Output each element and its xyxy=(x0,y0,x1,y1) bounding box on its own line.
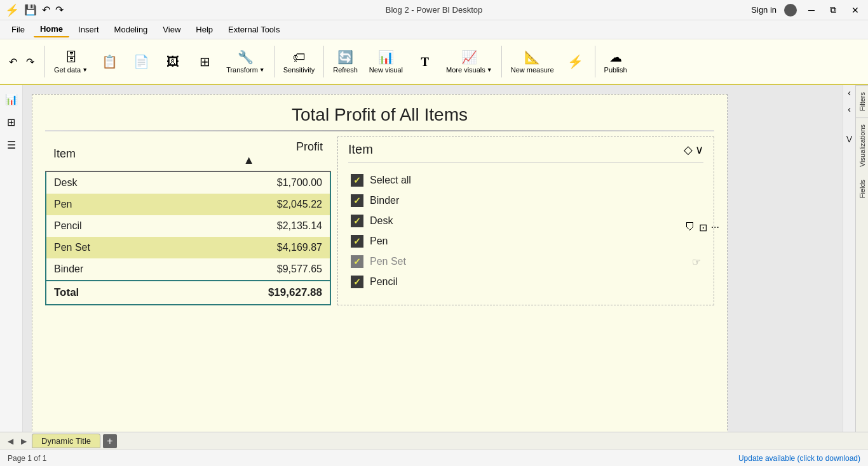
transform-icon: 🔧 xyxy=(238,50,254,65)
slicer-item-label: Desk xyxy=(370,215,393,227)
profit-cell: $4,169.87 xyxy=(167,237,330,258)
table-row: Pen $2,045.22 xyxy=(46,194,330,215)
menu-help[interactable]: Help xyxy=(189,22,219,37)
menu-insert[interactable]: Insert xyxy=(72,22,105,37)
more-visuals-icon: 📈 xyxy=(461,50,477,65)
copy-btn[interactable]: 📄 xyxy=(126,43,156,81)
item-header: Item xyxy=(46,136,167,171)
menu-view[interactable]: View xyxy=(156,22,187,37)
menu-bar: File Home Insert Modeling View Help Exte… xyxy=(0,20,868,39)
filter-icon[interactable]: ⛉ xyxy=(685,222,695,234)
menu-modeling[interactable]: Modeling xyxy=(108,22,154,37)
sidebar-report-icon[interactable]: 📊 xyxy=(3,90,20,108)
slicer-item-pen[interactable]: ✓ Pen xyxy=(348,231,703,251)
page-prev-btn[interactable]: ◀ xyxy=(5,436,16,447)
more-options-icon[interactable]: ··· xyxy=(711,222,719,234)
new-measure-icon: 📐 xyxy=(524,50,540,65)
table-row: Binder $9,577.65 xyxy=(46,258,330,281)
profit-cell: $9,577.65 xyxy=(167,258,330,281)
menu-file[interactable]: File xyxy=(5,22,31,37)
publish-btn[interactable]: ☁ Publish xyxy=(599,43,632,81)
status-page: Page 1 of 1 xyxy=(8,454,46,463)
title-bar-right: Sign in ─ ⧉ ✕ xyxy=(751,4,863,17)
redo-title-btn[interactable]: ↷ xyxy=(55,4,64,16)
fields-tab[interactable]: Fields xyxy=(856,173,868,204)
more-visuals-btn[interactable]: 📈 More visuals ▼ xyxy=(441,43,498,81)
filters-tab[interactable]: Filters xyxy=(856,85,868,117)
undo-btn[interactable]: ↶ xyxy=(5,53,21,70)
get-data-btn[interactable]: 🗄 Get data ▼ xyxy=(49,43,93,81)
check-icon: ✓ xyxy=(353,175,361,185)
left-arrow-btn[interactable]: ‹ xyxy=(848,88,851,98)
slicer-item-select-all[interactable]: ✓ Select all xyxy=(348,170,703,190)
refresh-label: Refresh xyxy=(333,66,358,74)
slicer-item-label: Binder xyxy=(370,195,399,206)
profit-cell: $2,045.22 xyxy=(167,194,330,215)
slicer-header: Item ◇ ∨ xyxy=(348,142,703,163)
add-page-btn[interactable]: + xyxy=(103,434,117,448)
table-row: Desk $1,700.00 xyxy=(46,171,330,194)
sidebar-data-icon[interactable]: ⊞ xyxy=(3,113,20,131)
sensitivity-btn[interactable]: 🏷 Sensitivity xyxy=(278,43,320,81)
data-table: Item Profit ▲ Desk $1,700.00 xyxy=(45,136,331,305)
undo-title-btn[interactable]: ↶ xyxy=(42,4,50,16)
page-tab-label: Dynamic Title xyxy=(41,436,91,446)
item-cell: Pen xyxy=(46,194,167,215)
table-row: Pencil $2,135.14 xyxy=(46,215,330,237)
table-btn[interactable]: ⊞ xyxy=(189,43,220,81)
checkbox-pen-set[interactable]: ✓ xyxy=(351,255,363,268)
item-cell: Desk xyxy=(46,171,167,194)
status-update[interactable]: Update available (click to download) xyxy=(738,454,860,463)
redo-btn[interactable]: ↷ xyxy=(22,53,38,70)
sort-arrow[interactable]: ▲ xyxy=(175,154,323,167)
new-measure-btn[interactable]: 📐 New measure xyxy=(506,43,559,81)
sensitivity-label: Sensitivity xyxy=(283,66,315,74)
slicer-item-binder[interactable]: ✓ Binder xyxy=(348,190,703,211)
sensitivity-icon: 🏷 xyxy=(293,50,306,65)
page-tab-dynamic-title[interactable]: Dynamic Title xyxy=(32,434,100,448)
visualizations-tab[interactable]: Visualizations xyxy=(856,117,868,173)
checkbox-binder[interactable]: ✓ xyxy=(351,194,363,207)
chevron-down-icon[interactable]: ∨ xyxy=(695,143,703,157)
checkbox-desk[interactable]: ✓ xyxy=(351,215,363,227)
item-cell: Binder xyxy=(46,258,167,281)
menu-home[interactable]: Home xyxy=(34,22,69,37)
slicer-item-pen-set[interactable]: ✓ Pen Set ☞ xyxy=(348,251,703,272)
filter-expand-icon[interactable]: ⋁ xyxy=(846,135,852,143)
menu-external-tools[interactable]: External Tools xyxy=(222,22,286,37)
table-body: Desk $1,700.00 Pen $2,045.22 Pencil $2,1… xyxy=(46,171,330,305)
transform-btn[interactable]: 🔧 Transform ▼ xyxy=(221,43,270,81)
save-icon[interactable]: 💾 xyxy=(24,4,37,16)
slicer-item-desk[interactable]: ✓ Desk xyxy=(348,211,703,231)
minimize-btn[interactable]: ─ xyxy=(804,5,818,15)
quick-measure-btn[interactable]: ⚡ xyxy=(560,43,591,81)
slicer-item-pencil[interactable]: ✓ Pencil xyxy=(348,272,703,292)
focus-icon[interactable]: ⊡ xyxy=(699,222,707,234)
ribbon-divider-2 xyxy=(274,46,275,77)
checkbox-pen[interactable]: ✓ xyxy=(351,235,363,248)
add-page-icon: + xyxy=(107,436,112,447)
checkbox-pencil[interactable]: ✓ xyxy=(351,276,363,288)
paste-btn[interactable]: 📋 xyxy=(94,43,125,81)
sidebar-model-icon[interactable]: ☰ xyxy=(3,136,20,154)
ribbon-divider-3 xyxy=(323,46,324,77)
checkbox-select-all[interactable]: ✓ xyxy=(351,174,363,187)
left-sidebar: 📊 ⊞ ☰ xyxy=(0,85,23,432)
text-box-btn[interactable]: 𝐓 xyxy=(409,43,440,81)
eraser-icon[interactable]: ◇ xyxy=(684,143,693,157)
refresh-btn[interactable]: 🔄 Refresh xyxy=(328,43,363,81)
format-icon: 🖼 xyxy=(166,55,179,69)
restore-btn[interactable]: ⧉ xyxy=(826,4,840,15)
page-next-btn[interactable]: ▶ xyxy=(18,436,29,447)
new-visual-btn[interactable]: 📊 New visual xyxy=(364,43,408,81)
total-value: $19,627.88 xyxy=(167,281,330,305)
format-btn[interactable]: 🖼 xyxy=(158,43,188,81)
slicer-item-label: Pencil xyxy=(370,276,398,288)
sign-in-label[interactable]: Sign in xyxy=(751,5,776,15)
visual-title: Total Profit of All Items xyxy=(32,95,727,130)
visual-container: Total Profit of All Items ⛉ ⊡ ··· Item xyxy=(32,94,728,432)
visual-toolbar: ⛉ ⊡ ··· xyxy=(685,222,719,234)
close-btn[interactable]: ✕ xyxy=(848,5,863,15)
canvas-area[interactable]: Total Profit of All Items ⛉ ⊡ ··· Item xyxy=(23,85,843,432)
back-arrow-btn[interactable]: ‹ xyxy=(848,104,851,114)
